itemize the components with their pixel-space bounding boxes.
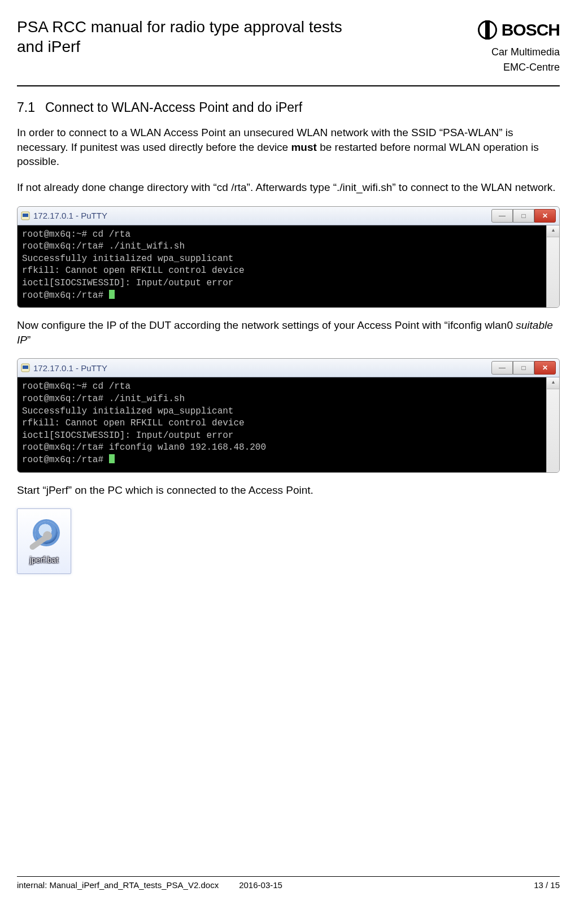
- bosch-symbol-icon: [478, 20, 497, 40]
- window-buttons: — □ ✕: [491, 361, 556, 375]
- putty-window-1: 172.17.0.1 - PuTTY — □ ✕ root@mx6q:~# cd…: [17, 206, 560, 308]
- putty2-titlebar[interactable]: 172.17.0.1 - PuTTY — □ ✕: [18, 359, 559, 377]
- footer-rule: [17, 876, 560, 877]
- jperf-icon-label: jperf.bat: [30, 555, 59, 564]
- putty2-line: root@mx6q:/rta#: [22, 455, 109, 465]
- section-title-text: Connect to WLAN-Access Point and do iPer…: [45, 100, 302, 115]
- putty2-line: Successfully initialized wpa_supplicant: [22, 406, 233, 416]
- footer-date: 2016-03-15: [239, 880, 282, 890]
- svg-rect-3: [23, 366, 28, 369]
- bosch-wordmark: BOSCH: [502, 17, 560, 42]
- putty2-line: root@mx6q:/rta# ./init_wifi.sh: [22, 394, 185, 404]
- document-title: PSA RCC manual for radio type approval t…: [17, 17, 367, 56]
- putty2-terminal[interactable]: root@mx6q:~# cd /rta root@mx6q:/rta# ./i…: [18, 377, 546, 472]
- bosch-logo: BOSCH: [478, 17, 560, 42]
- scrollbar[interactable]: [546, 225, 559, 308]
- paragraph-3: Now configure the IP of the DUT accordin…: [17, 318, 560, 347]
- section-number: 7.1: [17, 100, 35, 115]
- putty1-line: root@mx6q:/rta# ./init_wifi.sh: [22, 241, 185, 251]
- putty2-line: ioctl[SIOCSIWESSID]: Input/output error: [22, 430, 233, 441]
- paragraph-2: If not already done change directory wit…: [17, 180, 560, 195]
- putty-icon: [21, 363, 30, 372]
- window-buttons: — □ ✕: [491, 209, 556, 223]
- header-rule: [17, 85, 560, 86]
- close-button[interactable]: ✕: [534, 209, 556, 223]
- header-subtitle-2: EMC-Centre: [478, 60, 560, 75]
- close-button[interactable]: ✕: [534, 361, 556, 375]
- maximize-button[interactable]: □: [513, 209, 534, 223]
- putty1-title: 172.17.0.1 - PuTTY: [33, 211, 488, 220]
- jperf-desktop-icon[interactable]: jperf.bat: [17, 508, 71, 574]
- header-right-block: BOSCH Car Multimedia EMC-Centre: [478, 17, 560, 75]
- putty1-terminal[interactable]: root@mx6q:~# cd /rta root@mx6q:/rta# ./i…: [18, 225, 546, 308]
- p1-bold: must: [291, 141, 316, 153]
- putty1-titlebar[interactable]: 172.17.0.1 - PuTTY — □ ✕: [18, 207, 559, 225]
- putty1-line: ioctl[SIOCSIWESSID]: Input/output error: [22, 278, 233, 288]
- footer-internal-filename: internal: Manual_iPerf_and_RTA_tests_PSA…: [17, 880, 219, 890]
- paragraph-4: Start “jPerf” on the PC which is connect…: [17, 483, 560, 498]
- p3-part-a: Now configure the IP of the DUT accordin…: [17, 319, 516, 331]
- terminal-cursor-icon: [109, 290, 115, 299]
- putty1-line: root@mx6q:~# cd /rta: [22, 229, 130, 240]
- putty2-line: root@mx6q:/rta# ifconfig wlan0 192.168.4…: [22, 442, 266, 453]
- page-header: PSA RCC manual for radio type approval t…: [17, 17, 560, 75]
- minimize-button[interactable]: —: [491, 361, 513, 375]
- paragraph-1: In order to connect to a WLAN Access Poi…: [17, 125, 560, 169]
- page-footer: internal: Manual_iPerf_and_RTA_tests_PSA…: [17, 876, 560, 890]
- putty2-line: rfkill: Cannot open RFKILL control devic…: [22, 418, 245, 428]
- header-subtitle-1: Car Multimedia: [478, 45, 560, 60]
- p3-part-b: ”: [27, 334, 31, 346]
- putty1-line: root@mx6q:/rta#: [22, 290, 109, 301]
- gear-wrench-icon: [27, 518, 61, 552]
- scrollbar[interactable]: [546, 377, 559, 472]
- putty1-line: rfkill: Cannot open RFKILL control devic…: [22, 266, 245, 276]
- footer-page-number: 13 / 15: [534, 880, 560, 890]
- putty2-line: root@mx6q:~# cd /rta: [22, 381, 130, 392]
- putty2-title: 172.17.0.1 - PuTTY: [33, 363, 488, 373]
- svg-rect-1: [23, 214, 28, 217]
- putty-icon: [21, 211, 30, 220]
- section-heading: 7.1Connect to WLAN-Access Point and do i…: [17, 100, 560, 115]
- putty1-line: Successfully initialized wpa_supplicant: [22, 254, 233, 264]
- putty-window-2: 172.17.0.1 - PuTTY — □ ✕ root@mx6q:~# cd…: [17, 358, 560, 472]
- maximize-button[interactable]: □: [513, 361, 534, 375]
- terminal-cursor-icon: [109, 454, 115, 463]
- minimize-button[interactable]: —: [491, 209, 513, 223]
